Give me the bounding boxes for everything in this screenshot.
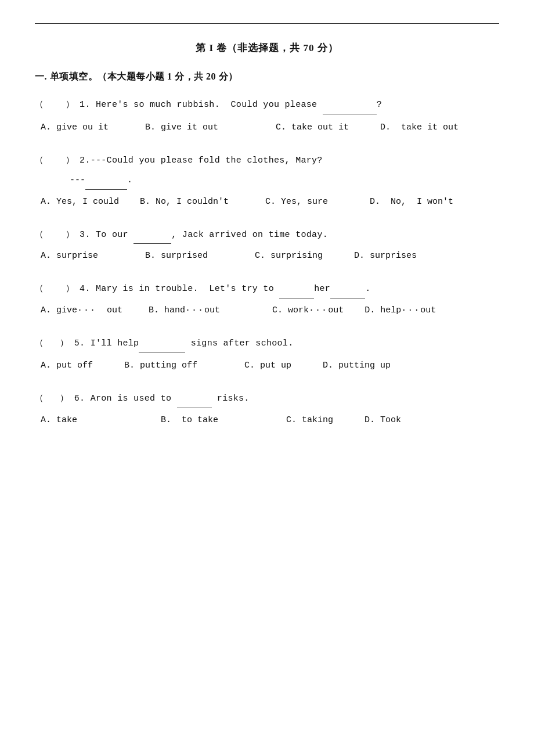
q1-blank: [323, 97, 377, 114]
q2-stem: （ ） 2.---Could you please fold the cloth…: [35, 153, 499, 170]
q2-options: A. Yes, I could B. No, I couldn't C. Yes…: [35, 193, 499, 211]
section-heading: 一. 单项填空。（本大题每小题 1 分，共 20 分）: [35, 71, 499, 83]
question-1: （ ） 1. Here's so much rubbish. Could you…: [35, 97, 499, 136]
q2-blank: [85, 172, 127, 190]
top-divider: [35, 23, 499, 24]
q1-options: A. give ou it B. give it out C. take out…: [35, 119, 499, 136]
q4-blank2: [330, 281, 365, 298]
q1-stem: （ ） 1. Here's so much rubbish. Could you…: [35, 97, 499, 116]
question-5: （ ） 5. I'll help signs after school. A. …: [35, 336, 499, 375]
q3-stem: （ ） 3. To our , Jack arrived on time tod…: [35, 227, 499, 244]
q4-stem: （ ） 4. Mary is in trouble. Let's try to …: [35, 281, 499, 298]
q6-blank: [177, 391, 212, 408]
q6-stem: （ ） 6. Aron is used to risks.: [35, 391, 499, 408]
q5-options: A. put off B. putting off C. put up D. p…: [35, 357, 499, 375]
q2-sub: --- .: [70, 172, 499, 190]
q5-blank: [139, 336, 185, 353]
q5-stem: （ ） 5. I'll help signs after school.: [35, 336, 499, 354]
question-4: （ ） 4. Mary is in trouble. Let's try to …: [35, 281, 499, 319]
q4-options: A. give··· out B. hand···out C. work···o…: [35, 302, 499, 319]
q3-options: A. surprise B. surprised C. surprising D…: [35, 247, 499, 265]
section-title: 第 I 卷（非选择题，共 70 分）: [35, 41, 499, 55]
question-3: （ ） 3. To our , Jack arrived on time tod…: [35, 227, 499, 265]
q3-blank: [134, 227, 171, 244]
question-2: （ ） 2.---Could you please fold the cloth…: [35, 153, 499, 211]
q4-blank1: [279, 281, 314, 298]
question-6: （ ） 6. Aron is used to risks. A. take B.…: [35, 391, 499, 429]
q6-options: A. take B. to take C. taking D. Took: [35, 412, 499, 429]
